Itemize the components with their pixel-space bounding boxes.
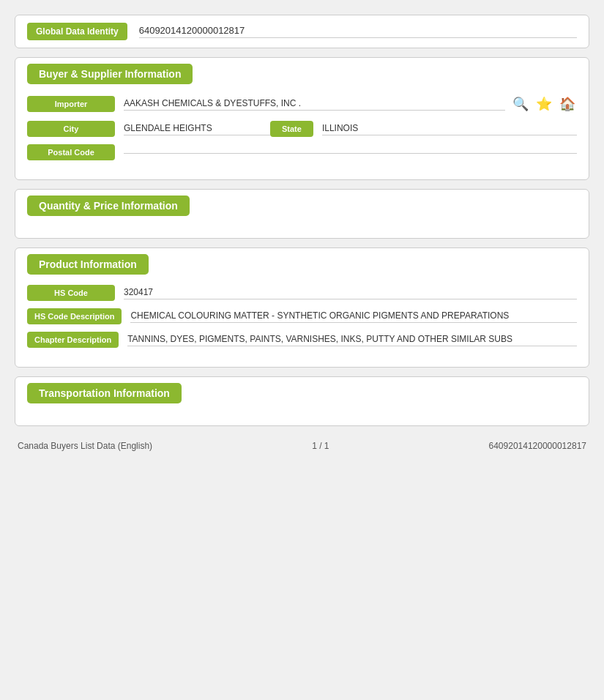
- hs-code-desc-label: HS Code Description: [27, 308, 122, 324]
- action-icons: 🔍 ⭐ 🏠: [511, 94, 577, 113]
- transportation-section: Transportation Information: [15, 376, 589, 426]
- importer-row: Importer AAKASH CHEMICALS & DYESTUFFS, I…: [27, 94, 577, 113]
- main-container: Global Data Identity 6409201412000001281…: [7, 7, 597, 464]
- chapter-desc-label: Chapter Description: [27, 332, 119, 348]
- search-icon[interactable]: 🔍: [511, 94, 530, 113]
- buyer-supplier-section: Buyer & Supplier Information Importer AA…: [15, 57, 589, 180]
- state-label: State: [270, 121, 313, 137]
- city-label: City: [27, 121, 115, 137]
- hs-code-value: 320417: [124, 287, 577, 299]
- transportation-header: Transportation Information: [27, 383, 182, 403]
- hs-code-label: HS Code: [27, 285, 115, 301]
- global-id-box: Global Data Identity 6409201412000001281…: [15, 15, 589, 48]
- product-info-section: Product Information HS Code 320417 HS Co…: [15, 247, 589, 368]
- footer-source: Canada Buyers List Data (English): [18, 441, 152, 451]
- importer-value: AAKASH CHEMICALS & DYESTUFFS, INC .: [124, 98, 505, 111]
- hs-code-desc-row: HS Code Description CHEMICAL COLOURING M…: [27, 308, 577, 324]
- postal-code-value: [124, 152, 577, 154]
- global-id-label: Global Data Identity: [27, 23, 127, 40]
- star-icon[interactable]: ⭐: [534, 94, 553, 113]
- global-id-value: 64092014120000012817: [139, 25, 577, 38]
- home-icon[interactable]: 🏠: [558, 94, 577, 113]
- quantity-price-header: Quantity & Price Information: [27, 196, 190, 216]
- chapter-desc-value: TANNINS, DYES, PIGMENTS, PAINTS, VARNISH…: [127, 334, 577, 346]
- city-value: GLENDALE HEIGHTS: [124, 123, 270, 135]
- footer: Canada Buyers List Data (English) 1 / 1 …: [15, 435, 589, 457]
- quantity-price-section: Quantity & Price Information: [15, 189, 589, 239]
- footer-pagination: 1 / 1: [312, 441, 329, 451]
- city-state-row: City GLENDALE HEIGHTS State ILLINOIS: [27, 121, 577, 137]
- footer-id: 64092014120000012817: [489, 441, 586, 451]
- importer-label: Importer: [27, 96, 115, 112]
- chapter-desc-row: Chapter Description TANNINS, DYES, PIGME…: [27, 332, 577, 348]
- state-value: ILLINOIS: [322, 123, 577, 135]
- postal-code-row: Postal Code: [27, 144, 577, 160]
- hs-code-row: HS Code 320417: [27, 285, 577, 301]
- postal-code-label: Postal Code: [27, 144, 115, 160]
- product-info-header: Product Information: [27, 254, 149, 275]
- state-group: State ILLINOIS: [270, 121, 577, 137]
- hs-code-desc-value: CHEMICAL COLOURING MATTER - SYNTHETIC OR…: [130, 310, 577, 323]
- buyer-supplier-header: Buyer & Supplier Information: [27, 64, 193, 84]
